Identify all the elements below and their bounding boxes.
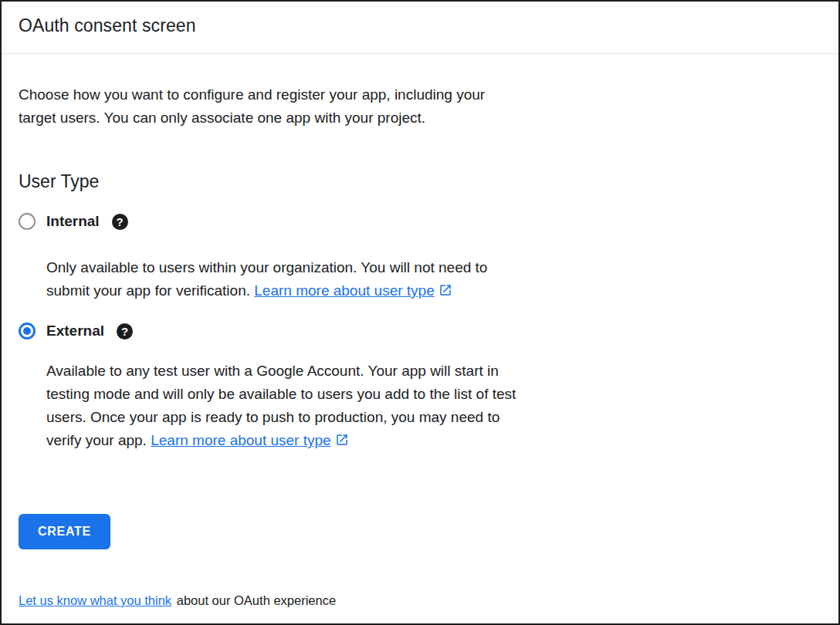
- internal-description: Only available to users within your orga…: [46, 256, 821, 302]
- oauth-consent-panel: OAuth consent screen Choose how you want…: [0, 0, 840, 625]
- internal-radio-row[interactable]: Internal ?: [19, 213, 821, 230]
- user-type-option-internal: Internal ? Only available to users withi…: [19, 213, 821, 302]
- learn-more-user-type-link[interactable]: Learn more about user type: [254, 282, 452, 299]
- feedback-text: about our OAuth experience: [177, 593, 336, 607]
- link-label: Learn more about user type: [151, 432, 330, 448]
- open-in-new-icon: [439, 283, 452, 297]
- description-line: Only available to users within your orga…: [46, 256, 821, 279]
- header-divider: [2, 53, 838, 54]
- intro-line: Choose how you want to configure and reg…: [19, 83, 821, 106]
- help-glyph: ?: [121, 325, 128, 338]
- intro-line: target users. You can only associate one…: [19, 106, 821, 130]
- description-line: testing mode and will only be available …: [46, 383, 821, 406]
- help-glyph: ?: [117, 215, 124, 228]
- link-label: Learn more about user type: [254, 282, 434, 299]
- user-type-option-external: External ? Available to any test user wi…: [19, 323, 821, 452]
- panel-content: Choose how you want to configure and reg…: [2, 83, 838, 549]
- create-button[interactable]: CREATE: [19, 514, 110, 549]
- description-line: Available to any test user with a Google…: [46, 360, 821, 383]
- description-text: submit your app for verification.: [46, 282, 250, 299]
- user-type-heading: User Type: [19, 171, 821, 192]
- feedback-link[interactable]: Let us know what you think: [19, 593, 173, 607]
- radio-unselected-icon[interactable]: [19, 213, 36, 230]
- page-title: OAuth consent screen: [19, 15, 821, 36]
- panel-header: OAuth consent screen: [2, 2, 838, 36]
- open-in-new-icon: [335, 433, 349, 447]
- description-last-line: submit your app for verification. Learn …: [46, 279, 821, 302]
- help-icon[interactable]: ?: [112, 214, 128, 230]
- external-option-label: External: [46, 323, 104, 340]
- internal-option-label: Internal: [46, 213, 100, 230]
- radio-selected-icon[interactable]: [19, 323, 36, 340]
- description-text: verify your app.: [46, 432, 147, 448]
- external-description: Available to any test user with a Google…: [46, 360, 821, 452]
- description-line: users. Once your app is ready to push to…: [46, 406, 821, 429]
- feedback-footer: Let us know what you think about our OAu…: [2, 593, 838, 608]
- help-icon[interactable]: ?: [117, 323, 133, 340]
- description-last-line: verify your app. Learn more about user t…: [46, 429, 821, 452]
- intro-text: Choose how you want to configure and reg…: [19, 83, 821, 130]
- learn-more-user-type-link[interactable]: Learn more about user type: [151, 432, 348, 448]
- external-radio-row[interactable]: External ?: [19, 323, 821, 340]
